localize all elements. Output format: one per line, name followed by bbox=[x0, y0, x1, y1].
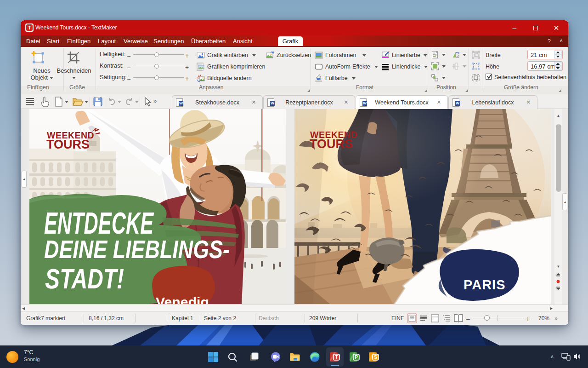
svg-text:S: S bbox=[374, 355, 377, 360]
svg-text:STADT!: STADT! bbox=[45, 263, 124, 294]
svg-text:Venedig: Venedig bbox=[156, 294, 209, 304]
svg-text:T: T bbox=[335, 355, 338, 360]
svg-text:DEINE LIEBLINGS-: DEINE LIEBLINGS- bbox=[44, 235, 230, 264]
svg-text:TOURS: TOURS bbox=[310, 137, 353, 151]
svg-text:PARIS: PARIS bbox=[464, 277, 505, 292]
svg-text:TOURS: TOURS bbox=[46, 138, 90, 151]
svg-text:P: P bbox=[355, 355, 358, 360]
